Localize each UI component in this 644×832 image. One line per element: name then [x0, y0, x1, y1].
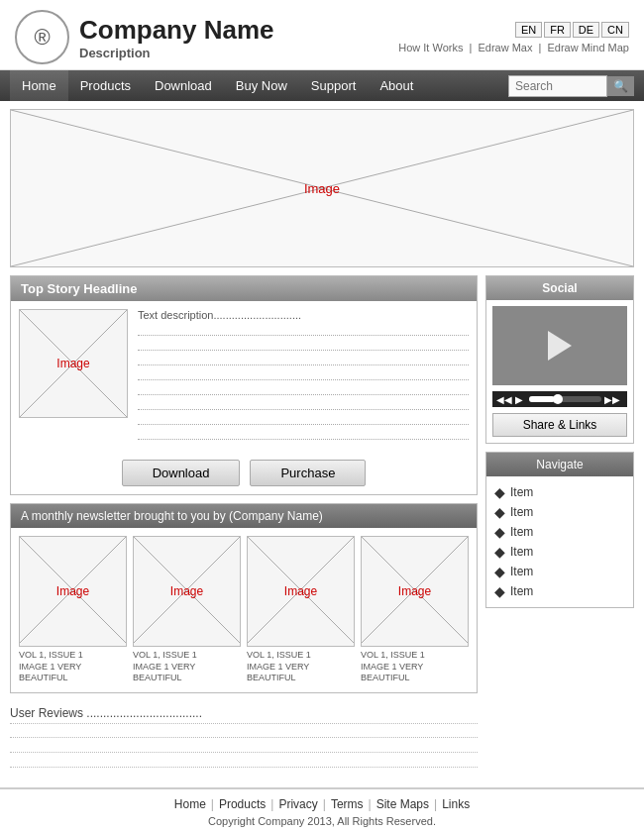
news-img-label-4: Image — [398, 584, 431, 598]
nav-download[interactable]: Download — [143, 70, 224, 101]
news-image-1: Image — [19, 536, 127, 647]
footer-link-row: Home | Products | Privacy | Terms | Site… — [8, 797, 636, 811]
text-line-4 — [138, 369, 469, 380]
play-icon[interactable] — [548, 331, 572, 361]
lang-cn[interactable]: CN — [601, 22, 629, 38]
footer-privacy-link[interactable]: Privacy — [278, 797, 317, 811]
edraw-mind-map-link[interactable]: Edraw Mind Map — [547, 42, 629, 53]
news-image-2: Image — [133, 536, 241, 647]
footer: Home | Products | Privacy | Terms | Site… — [0, 787, 644, 832]
logo-symbol: ® — [34, 25, 50, 51]
navigate-box: Navigate ◆Item ◆Item ◆Item ◆Item ◆Item ◆… — [485, 452, 634, 608]
newsletter-item-3: Image VOL 1, ISSUE 1IMAGE 1 VERYBEAUTIFU… — [247, 536, 355, 684]
bullet-icon-4: ◆ — [494, 544, 505, 560]
newsletter-grid: Image VOL 1, ISSUE 1IMAGE 1 VERYBEAUTIFU… — [11, 528, 477, 692]
progress-bar[interactable] — [529, 396, 601, 402]
how-it-works-link[interactable]: How It Works — [398, 42, 463, 53]
story-image-placeholder: Image — [20, 310, 127, 417]
nav-support[interactable]: Support — [299, 70, 369, 101]
header: ® Company Name Description EN FR DE CN H… — [0, 0, 644, 70]
play-pause-icon[interactable]: ▶ — [515, 394, 523, 405]
progress-fill — [529, 396, 555, 402]
navigate-title: Navigate — [486, 453, 633, 476]
footer-sitemaps-link[interactable]: Site Maps — [376, 797, 429, 811]
nav-list-item-4[interactable]: ◆Item — [494, 542, 625, 562]
nav-home[interactable]: Home — [10, 70, 68, 101]
lang-de[interactable]: DE — [573, 22, 599, 38]
rewind-icon[interactable]: ◀◀ — [496, 394, 512, 405]
social-box: Social ◀◀ ▶ ▶▶ Share & Links — [485, 275, 634, 444]
button-row: Download Purchase — [11, 452, 477, 494]
text-line-8 — [138, 429, 469, 440]
newsletter-item-1: Image VOL 1, ISSUE 1IMAGE 1 VERYBEAUTIFU… — [19, 536, 127, 684]
social-title: Social — [486, 276, 633, 300]
user-reviews: User Reviews ...........................… — [10, 701, 478, 778]
main-area: Top Story Headline Image Text descriptio… — [0, 275, 644, 778]
footer-terms-link[interactable]: Terms — [331, 797, 364, 811]
video-controls: ◀◀ ▶ ▶▶ — [492, 391, 627, 407]
top-story-title: Top Story Headline — [11, 276, 477, 301]
bullet-icon-2: ◆ — [494, 504, 505, 520]
company-info: Company Name Description — [79, 15, 274, 60]
share-links-button[interactable]: Share & Links — [492, 413, 627, 437]
content-left: Top Story Headline Image Text descriptio… — [10, 275, 478, 778]
nav-buy-now[interactable]: Buy Now — [224, 70, 299, 101]
bullet-icon-6: ◆ — [494, 583, 505, 599]
text-line-5 — [138, 384, 469, 395]
review-line-2 — [10, 743, 478, 753]
hero-image: Image — [10, 109, 634, 267]
top-links: How It Works | Edraw Max | Edraw Mind Ma… — [398, 42, 629, 53]
edraw-max-link[interactable]: Edraw Max — [478, 42, 532, 53]
content-right: Social ◀◀ ▶ ▶▶ Share & Links Navigate ◆I… — [485, 275, 634, 778]
news-img-label-1: Image — [56, 584, 89, 598]
language-switcher: EN FR DE CN — [398, 22, 629, 38]
nav-list-item-5[interactable]: ◆Item — [494, 562, 625, 581]
text-line-7 — [138, 414, 469, 425]
story-image: Image — [19, 309, 128, 418]
nav-list-item-6[interactable]: ◆Item — [494, 581, 625, 601]
hero-label: Image — [304, 181, 340, 196]
top-story: Top Story Headline Image Text descriptio… — [10, 275, 478, 495]
review-line-1 — [10, 728, 478, 738]
news-caption-3: VOL 1, ISSUE 1IMAGE 1 VERYBEAUTIFUL — [247, 650, 355, 684]
search-box: 🔍 — [508, 75, 634, 97]
review-line-3 — [10, 758, 478, 768]
nav-list-item-3[interactable]: ◆Item — [494, 522, 625, 542]
footer-products-link[interactable]: Products — [219, 797, 266, 811]
nav-products[interactable]: Products — [68, 70, 143, 101]
news-img-label-2: Image — [170, 584, 203, 598]
bullet-icon-5: ◆ — [494, 564, 505, 579]
purchase-button[interactable]: Purchase — [250, 460, 366, 486]
search-input[interactable] — [508, 75, 607, 97]
bullet-icon-1: ◆ — [494, 484, 505, 500]
company-description: Description — [79, 46, 274, 60]
nav-list-item-2[interactable]: ◆Item — [494, 502, 625, 522]
fast-forward-icon[interactable]: ▶▶ — [604, 394, 620, 405]
search-button[interactable]: 🔍 — [607, 76, 634, 96]
lang-fr[interactable]: FR — [544, 22, 571, 38]
story-text: Text description........................… — [138, 309, 469, 444]
story-body: Image Text description..................… — [11, 301, 477, 452]
user-reviews-title: User Reviews ...........................… — [10, 706, 478, 724]
lang-en[interactable]: EN — [515, 22, 542, 38]
newsletter-item-4: Image VOL 1, ISSUE 1IMAGE 1 VERYBEAUTIFU… — [361, 536, 469, 684]
text-line-2 — [138, 340, 469, 351]
newsletter-title: A monthly newsletter brought to you by (… — [11, 504, 477, 528]
footer-links-link[interactable]: Links — [442, 797, 470, 811]
news-caption-4: VOL 1, ISSUE 1IMAGE 1 VERYBEAUTIFUL — [361, 650, 469, 684]
header-right: EN FR DE CN How It Works | Edraw Max | E… — [398, 22, 629, 53]
nav-about[interactable]: About — [368, 70, 425, 101]
text-line-6 — [138, 399, 469, 410]
download-button[interactable]: Download — [122, 460, 241, 486]
nav-list-item-1[interactable]: ◆Item — [494, 482, 625, 502]
news-img-label-3: Image — [284, 584, 317, 598]
bullet-icon-3: ◆ — [494, 524, 505, 540]
logo: ® — [15, 10, 69, 64]
story-text-desc: Text description........................… — [138, 309, 469, 321]
news-caption-2: VOL 1, ISSUE 1IMAGE 1 VERYBEAUTIFUL — [133, 650, 241, 684]
footer-home-link[interactable]: Home — [174, 797, 206, 811]
nav-items: Home Products Download Buy Now Support A… — [10, 70, 508, 101]
video-player[interactable] — [492, 306, 627, 385]
newsletter-item-2: Image VOL 1, ISSUE 1IMAGE 1 VERYBEAUTIFU… — [133, 536, 241, 684]
progress-thumb — [553, 394, 563, 404]
